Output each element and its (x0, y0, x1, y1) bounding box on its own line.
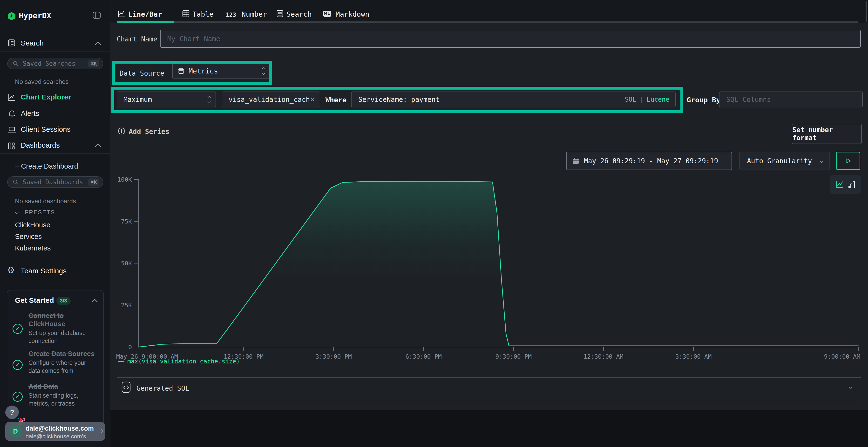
group-by-field[interactable] (719, 92, 863, 107)
chevron-up-icon[interactable] (95, 41, 101, 47)
chevron-down-icon[interactable] (15, 210, 19, 214)
where-field[interactable]: ServiceName: payment SQL | Lucene (351, 92, 676, 107)
task-check-icon: ✓ (12, 324, 23, 334)
close-icon[interactable]: × (310, 95, 315, 104)
task-check-icon: ✓ (12, 391, 23, 402)
chart-name-field[interactable] (160, 30, 861, 48)
task-check-icon: ✓ (12, 360, 23, 370)
tab-search[interactable]: Search (286, 10, 312, 18)
preset-kubernetes[interactable]: Kubernetes (15, 244, 51, 252)
create-dashboard-button[interactable]: + Create Dashboard (15, 162, 78, 170)
user-menu[interactable]: D dale@clickhouse.com dale@clickhouse.co… (5, 422, 105, 441)
tab-markdown[interactable]: Markdown (336, 10, 369, 18)
plus-circle-icon (118, 127, 125, 135)
get-started-task[interactable]: Add Data Start sending logs, metrics, or… (28, 382, 97, 408)
collapse-sidebar-icon[interactable] (93, 11, 101, 19)
play-icon (845, 157, 852, 165)
add-series-button[interactable]: Add Series (129, 128, 169, 136)
search-icon (12, 61, 19, 67)
get-started-task[interactable]: Connect to ClickHouse Set up your databa… (28, 312, 97, 345)
tab-number[interactable]: Number (242, 10, 267, 18)
no-saved-searches-note: No saved searches (15, 78, 69, 85)
sql-mode-toggle[interactable]: SQL (625, 96, 636, 103)
svg-text:75K: 75K (121, 218, 132, 225)
select-chevrons-icon (262, 68, 265, 74)
saved-dashboards-input[interactable] (22, 178, 88, 186)
line-chart-tab-icon (117, 10, 125, 18)
set-number-format-button[interactable]: Set number format (792, 124, 862, 144)
help-button[interactable]: ? (5, 406, 19, 419)
shortcut-badge: ⌘K (88, 60, 100, 67)
aggregation-select[interactable]: Maximum (117, 92, 216, 107)
data-source-select[interactable]: Metrics (172, 64, 270, 78)
granularity-value: Auto Granularity (747, 157, 820, 165)
task-title: Connect to ClickHouse (28, 312, 97, 328)
task-desc: Set up your database connection (28, 329, 97, 345)
tab-line-bar[interactable]: Line/Bar (128, 10, 162, 18)
svg-text:9:30:00 PM: 9:30:00 PM (495, 353, 532, 360)
metric-chip[interactable]: visa_validation_cach × (222, 92, 320, 107)
task-desc: Configure where your data comes from (28, 359, 97, 375)
view-tabbar (111, 0, 868, 23)
tab-table[interactable]: Table (192, 10, 213, 18)
saved-dashboards-search[interactable]: ⌘K (7, 176, 103, 188)
avatar: D (9, 425, 22, 438)
task-title: Create Data Sources (28, 350, 97, 358)
metrics-source-icon (178, 67, 185, 75)
chevron-right-icon (99, 429, 103, 433)
sidebar: HyperDX Search ⌘K No saved searches Char… (0, 0, 111, 447)
svg-text:9:00:00 AM: 9:00:00 AM (824, 353, 860, 360)
select-chevrons-icon (208, 96, 211, 103)
sidebar-item-client-sessions[interactable]: Client Sessions (21, 125, 71, 133)
divider (0, 153, 110, 153)
user-subtitle: dale@clickhouse.com's (26, 433, 86, 440)
chart-legend[interactable]: max(visa_validation_cache.size) (118, 358, 240, 365)
chart-name-input[interactable] (167, 35, 854, 43)
chart-explorer-icon (8, 94, 16, 101)
scrollbar-thumb[interactable] (866, 1, 867, 22)
calendar-icon (572, 158, 579, 164)
bell-icon (8, 110, 16, 117)
mode-divider: | (640, 96, 643, 103)
search-section-icon (8, 39, 16, 47)
saved-searches-search[interactable]: ⌘K (7, 58, 103, 69)
preset-services[interactable]: Services (15, 233, 42, 241)
no-saved-dashboards-note: No saved dashboards (15, 198, 76, 205)
saved-searches-input[interactable] (22, 60, 88, 67)
sidebar-item-chart-explorer[interactable]: Chart Explorer (21, 93, 71, 101)
preset-clickhouse[interactable]: ClickHouse (15, 221, 51, 229)
timeseries-chart[interactable]: 025K50K75K100KMay 26 9:00:00 AM12:30:00 … (111, 166, 868, 366)
group-by-label: Group By (687, 96, 720, 104)
aggregation-value: Maximum (123, 96, 208, 104)
sidebar-item-alerts[interactable]: Alerts (21, 109, 39, 117)
date-range-value: May 26 09:29:19 - May 27 09:29:19 (584, 157, 718, 165)
sidebar-section-search[interactable]: Search (21, 39, 44, 47)
svg-text:6:30:00 PM: 6:30:00 PM (405, 353, 442, 360)
markdown-tab-icon (323, 10, 331, 17)
svg-text:50K: 50K (121, 260, 132, 267)
data-source-value: Metrics (189, 67, 262, 75)
where-value: ServiceName: payment (358, 96, 625, 104)
search-tab-icon (276, 10, 283, 18)
svg-text:0: 0 (128, 344, 132, 351)
hyperdx-logo-icon (8, 12, 16, 20)
lightning-bolt-icon (10, 14, 13, 18)
sidebar-item-dashboards[interactable]: Dashboards (21, 141, 60, 149)
presets-header[interactable]: PRESETS (25, 209, 55, 216)
lucene-mode-toggle[interactable]: Lucene (647, 96, 669, 103)
task-title: Add Data (28, 382, 97, 391)
tab-underline-track (174, 22, 858, 23)
legend-swatch (118, 361, 124, 362)
app-title: HyperDX (19, 11, 51, 20)
dashboards-icon (8, 142, 16, 150)
group-by-input[interactable] (726, 95, 856, 104)
task-desc: Start sending logs, metrics, or traces (28, 391, 97, 408)
sidebar-item-team-settings[interactable]: Team Settings (21, 267, 66, 275)
get-started-task[interactable]: Create Data Sources Configure where your… (28, 350, 97, 375)
chevron-up-icon[interactable] (95, 143, 101, 149)
divider (117, 377, 861, 378)
gear-icon: ⚙ (7, 266, 15, 275)
table-tab-icon (182, 10, 189, 18)
svg-text:12:30:00 AM: 12:30:00 AM (584, 353, 623, 360)
hyperdx-app: HyperDX Search ⌘K No saved searches Char… (0, 0, 868, 447)
